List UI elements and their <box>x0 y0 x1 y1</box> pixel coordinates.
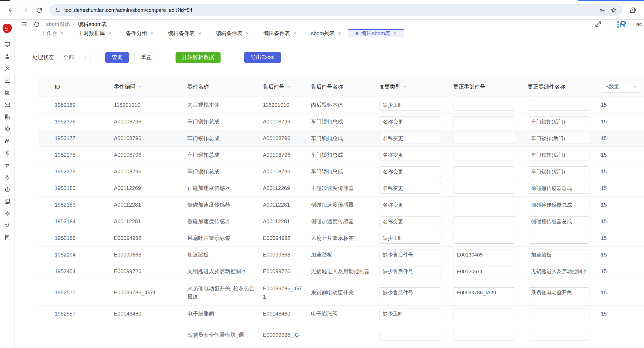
tab-3[interactable]: 备件分组× <box>118 29 161 37</box>
fix-part-code-cell <box>453 263 528 280</box>
fix-part-name-input[interactable] <box>528 183 590 194</box>
change-type-input[interactable] <box>379 183 441 194</box>
sidebar-document-icon[interactable] <box>0 232 14 244</box>
breadcrumb-parent[interactable]: sbom对比 <box>46 21 70 28</box>
fix-part-name-input[interactable] <box>528 309 590 319</box>
status-filter-select[interactable]: 全部 <box>59 52 91 63</box>
sidebar-id-card-icon[interactable] <box>0 75 14 87</box>
password-key-icon[interactable] <box>599 7 605 14</box>
change-type-input[interactable] <box>379 133 441 144</box>
fix-part-code-cell <box>453 147 528 163</box>
tab-8[interactable]: 编辑sbom表× <box>348 29 404 37</box>
fix-part-name-input[interactable] <box>528 250 590 260</box>
fullscreen-icon[interactable] <box>595 21 602 28</box>
browser-reload-button[interactable] <box>33 4 45 16</box>
tab-close-icon[interactable]: × <box>293 31 296 36</box>
fix-part-name-input[interactable] <box>528 100 590 111</box>
fix-part-name-input[interactable] <box>528 330 590 340</box>
fix-part-code-input[interactable] <box>453 166 515 177</box>
column-header-6[interactable]: 变更类型 <box>379 77 453 97</box>
fix-part-name-input[interactable] <box>528 116 590 127</box>
sidebar-gear-icon[interactable] <box>0 171 14 183</box>
change-type-input[interactable] <box>379 166 441 177</box>
tab-2[interactable]: 工时数据库× <box>71 29 119 37</box>
change-type-input[interactable] <box>379 287 441 298</box>
fix-part-code-input[interactable] <box>453 330 515 340</box>
collapse-menu-icon[interactable] <box>21 21 28 28</box>
tab-6[interactable]: 编辑备件表× <box>256 29 304 37</box>
fix-part-name-input[interactable] <box>528 287 590 298</box>
user-name[interactable]: ac <box>636 21 642 27</box>
sidebar-lifebuoy-icon[interactable] <box>0 123 14 135</box>
tab-7[interactable]: sbom列表× <box>304 29 348 37</box>
fix-part-code-input[interactable] <box>453 100 515 111</box>
query-button[interactable]: 查询 <box>105 52 129 63</box>
reset-button[interactable]: 重置 <box>134 52 158 63</box>
change-type-input[interactable] <box>379 116 441 127</box>
column-header-4[interactable]: 售后件号 <box>263 77 311 97</box>
change-type-input[interactable] <box>379 250 441 260</box>
qty-column-select[interactable]: S数量 <box>601 81 641 93</box>
fix-part-code-input[interactable] <box>453 250 515 260</box>
sidebar-swap-icon[interactable] <box>0 159 14 171</box>
fix-part-name-input[interactable] <box>528 233 590 244</box>
fix-part-name-input[interactable] <box>528 216 590 227</box>
change-type-input[interactable] <box>379 309 441 319</box>
fix-part-code-input[interactable] <box>453 287 515 298</box>
sidebar-user-outline-icon[interactable] <box>0 63 14 75</box>
fix-part-code-input[interactable] <box>453 150 515 160</box>
site-info-icon[interactable] <box>55 7 61 13</box>
fix-part-code-input[interactable] <box>453 200 515 210</box>
column-header-2[interactable]: 零件编码 <box>114 77 187 97</box>
tab-close-icon[interactable]: × <box>61 31 64 36</box>
fix-part-code-input[interactable] <box>453 309 515 319</box>
sidebar-magnet-icon[interactable] <box>0 219 14 232</box>
sidebar-lock-icon[interactable] <box>0 135 14 147</box>
tab-1[interactable]: 工作台× <box>34 29 71 37</box>
change-type-input[interactable] <box>379 100 441 111</box>
tab-close-icon[interactable]: × <box>198 31 201 36</box>
sidebar-gear-icon[interactable] <box>0 147 14 159</box>
fix-part-code-input[interactable] <box>453 116 515 127</box>
sidebar-gear-icon[interactable] <box>0 207 14 219</box>
fix-part-code-input[interactable] <box>453 233 515 244</box>
sidebar-timer-icon[interactable] <box>0 183 14 195</box>
address-bar[interactable]: tool.deheshuntian.com/admin/sbom/compare… <box>49 4 623 16</box>
change-type-input[interactable] <box>379 266 441 277</box>
change-type-input[interactable] <box>379 150 441 160</box>
bookmark-star-icon[interactable] <box>610 7 617 14</box>
fix-part-code-input[interactable] <box>453 216 515 227</box>
browser-extensions-button[interactable] <box>627 4 639 16</box>
fix-part-name-input[interactable] <box>528 166 590 177</box>
fix-part-name-input[interactable] <box>528 200 590 210</box>
export-excel-button[interactable]: 导出Excel <box>244 52 281 63</box>
fix-part-name-input[interactable] <box>528 266 590 277</box>
tab-close-icon[interactable]: × <box>394 31 397 36</box>
change-type-input[interactable] <box>379 216 441 227</box>
sidebar-user-filled-icon[interactable] <box>0 50 14 63</box>
change-type-input[interactable] <box>379 200 441 210</box>
tab-close-icon[interactable]: × <box>338 31 341 36</box>
fix-part-code-input[interactable] <box>453 133 515 144</box>
parse-data-button[interactable]: 开始解析数据 <box>176 52 221 63</box>
sidebar-chart-icon[interactable] <box>0 87 14 99</box>
change-type-input[interactable] <box>379 233 441 244</box>
tab-close-icon[interactable]: × <box>150 31 154 36</box>
sidebar-copy-icon[interactable] <box>0 195 14 207</box>
tab-close-icon[interactable]: × <box>246 31 249 36</box>
fix-part-name-input[interactable] <box>528 133 590 144</box>
sidebar-monitor-icon[interactable] <box>0 38 14 50</box>
fix-part-code-input[interactable] <box>453 266 515 277</box>
change-type-input[interactable] <box>379 330 441 340</box>
refresh-page-icon[interactable] <box>33 21 40 28</box>
sidebar-mail-icon[interactable] <box>0 99 14 111</box>
url-text[interactable]: tool.deheshuntian.com/admin/sbom/compare… <box>64 7 595 13</box>
browser-back-button[interactable] <box>5 4 17 16</box>
tab-5[interactable]: 编辑备件表× <box>209 29 256 37</box>
sidebar-building-icon[interactable] <box>0 111 14 123</box>
tab-close-icon[interactable]: × <box>108 31 111 36</box>
tab-4[interactable]: 编辑备件表× <box>161 29 209 37</box>
browser-forward-button[interactable] <box>19 4 31 16</box>
fix-part-name-input[interactable] <box>528 150 590 160</box>
fix-part-code-input[interactable] <box>453 183 515 194</box>
